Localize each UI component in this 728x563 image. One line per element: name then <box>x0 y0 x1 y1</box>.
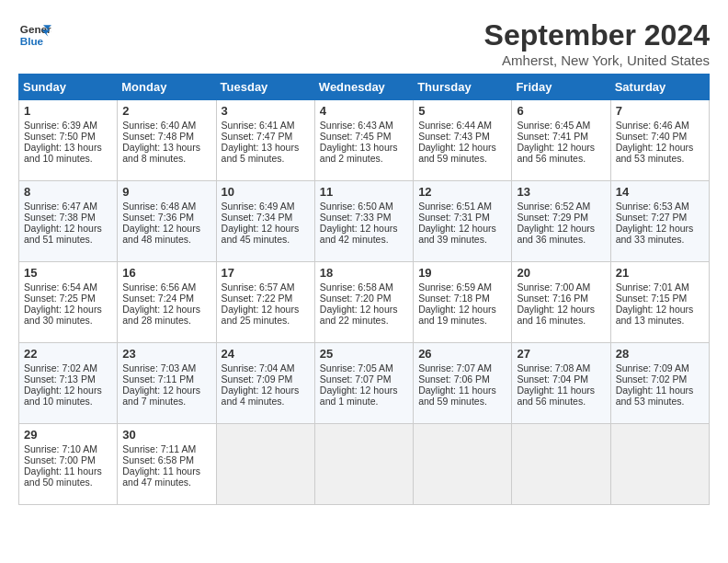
daylight: Daylight: 12 hours and 7 minutes. <box>122 385 200 407</box>
calendar-cell <box>512 424 610 505</box>
daylight: Daylight: 12 hours and 13 minutes. <box>616 304 694 326</box>
svg-text:General: General <box>20 23 51 35</box>
sunset: Sunset: 7:06 PM <box>418 373 490 385</box>
calendar-cell: 3 Sunrise: 6:41 AM Sunset: 7:47 PM Dayli… <box>216 100 314 181</box>
sunrise: Sunrise: 6:40 AM <box>122 120 196 131</box>
sunset: Sunset: 7:36 PM <box>122 212 194 223</box>
header-tuesday: Tuesday <box>216 75 314 100</box>
calendar-cell: 19 Sunrise: 6:59 AM Sunset: 7:18 PM Dayl… <box>414 262 512 343</box>
header-wednesday: Wednesday <box>314 75 413 100</box>
sunset: Sunset: 7:09 PM <box>222 373 293 385</box>
header-sunday: Sunday <box>19 75 118 100</box>
sunrise: Sunrise: 7:10 AM <box>24 443 97 454</box>
sunset: Sunset: 7:48 PM <box>122 131 194 142</box>
calendar-cell: 25 Sunrise: 7:05 AM Sunset: 7:07 PM Dayl… <box>314 343 413 424</box>
calendar-cell: 17 Sunrise: 6:57 AM Sunset: 7:22 PM Dayl… <box>216 262 314 343</box>
calendar-cell: 27 Sunrise: 7:08 AM Sunset: 7:04 PM Dayl… <box>512 343 610 424</box>
calendar-cell: 28 Sunrise: 7:09 AM Sunset: 7:02 PM Dayl… <box>610 343 709 424</box>
sunset: Sunset: 7:29 PM <box>517 212 588 223</box>
sunset: Sunset: 7:13 PM <box>24 373 96 385</box>
day-number: 16 <box>122 266 210 280</box>
day-number: 28 <box>616 347 704 361</box>
calendar-cell: 26 Sunrise: 7:07 AM Sunset: 7:06 PM Dayl… <box>414 343 512 424</box>
sunrise: Sunrise: 7:01 AM <box>616 282 689 293</box>
logo-icon: General Blue <box>18 18 51 52</box>
sunrise: Sunrise: 7:03 AM <box>122 362 196 373</box>
day-number: 2 <box>122 104 210 118</box>
sunset: Sunset: 6:58 PM <box>122 454 194 465</box>
sunset: Sunset: 7:07 PM <box>320 373 392 385</box>
daylight: Daylight: 12 hours and 28 minutes. <box>122 304 200 326</box>
calendar-cell <box>314 424 413 505</box>
sunrise: Sunrise: 6:43 AM <box>320 120 393 131</box>
calendar-cell: 18 Sunrise: 6:58 AM Sunset: 7:20 PM Dayl… <box>314 262 413 343</box>
calendar-cell: 29 Sunrise: 7:10 AM Sunset: 7:00 PM Dayl… <box>19 424 118 505</box>
sunrise: Sunrise: 7:09 AM <box>616 362 689 373</box>
calendar-cell: 20 Sunrise: 7:00 AM Sunset: 7:16 PM Dayl… <box>512 262 610 343</box>
title-area: September 2024 Amherst, New York, United… <box>484 18 710 68</box>
daylight: Daylight: 11 hours and 59 minutes. <box>418 385 496 407</box>
sunrise: Sunrise: 7:05 AM <box>320 362 393 373</box>
calendar-cell: 12 Sunrise: 6:51 AM Sunset: 7:31 PM Dayl… <box>414 181 512 262</box>
sunset: Sunset: 7:11 PM <box>122 373 194 385</box>
calendar-cell: 7 Sunrise: 6:46 AM Sunset: 7:40 PM Dayli… <box>610 100 709 181</box>
day-number: 8 <box>24 185 112 199</box>
sunrise: Sunrise: 6:52 AM <box>517 201 590 212</box>
calendar-cell: 14 Sunrise: 6:53 AM Sunset: 7:27 PM Dayl… <box>610 181 709 262</box>
day-number: 15 <box>24 266 112 280</box>
header-thursday: Thursday <box>414 75 512 100</box>
calendar-cell: 10 Sunrise: 6:49 AM Sunset: 7:34 PM Dayl… <box>216 181 314 262</box>
day-number: 7 <box>616 104 704 118</box>
sunrise: Sunrise: 6:44 AM <box>418 120 492 131</box>
svg-text:Blue: Blue <box>20 35 44 47</box>
day-number: 11 <box>320 185 408 199</box>
calendar-cell: 16 Sunrise: 6:56 AM Sunset: 7:24 PM Dayl… <box>118 262 216 343</box>
calendar-cell: 15 Sunrise: 6:54 AM Sunset: 7:25 PM Dayl… <box>19 262 118 343</box>
daylight: Daylight: 12 hours and 59 minutes. <box>418 142 496 164</box>
sunrise: Sunrise: 6:51 AM <box>418 201 492 212</box>
sunrise: Sunrise: 6:54 AM <box>24 282 97 293</box>
day-number: 26 <box>418 347 506 361</box>
sunset: Sunset: 7:50 PM <box>24 131 96 142</box>
header-monday: Monday <box>118 75 216 100</box>
daylight: Daylight: 13 hours and 2 minutes. <box>320 142 398 164</box>
calendar-cell: 5 Sunrise: 6:44 AM Sunset: 7:43 PM Dayli… <box>414 100 512 181</box>
daylight: Daylight: 12 hours and 1 minute. <box>320 385 398 407</box>
sunset: Sunset: 7:18 PM <box>418 293 490 304</box>
calendar-cell <box>610 424 709 505</box>
sunset: Sunset: 7:16 PM <box>517 293 588 304</box>
sunset: Sunset: 7:31 PM <box>418 212 490 223</box>
sunset: Sunset: 7:43 PM <box>418 131 490 142</box>
day-number: 17 <box>222 266 310 280</box>
daylight: Daylight: 12 hours and 39 minutes. <box>418 223 496 245</box>
day-number: 6 <box>517 104 605 118</box>
day-number: 22 <box>24 347 112 361</box>
header-saturday: Saturday <box>610 75 709 100</box>
logo: General Blue <box>18 18 51 52</box>
daylight: Daylight: 11 hours and 53 minutes. <box>616 385 694 407</box>
sunset: Sunset: 7:20 PM <box>320 293 392 304</box>
sunrise: Sunrise: 7:07 AM <box>418 362 492 373</box>
day-number: 21 <box>616 266 704 280</box>
sunrise: Sunrise: 7:11 AM <box>122 443 196 454</box>
calendar-cell: 22 Sunrise: 7:02 AM Sunset: 7:13 PM Dayl… <box>19 343 118 424</box>
day-number: 12 <box>418 185 506 199</box>
daylight: Daylight: 12 hours and 42 minutes. <box>320 223 398 245</box>
daylight: Daylight: 12 hours and 10 minutes. <box>24 385 102 407</box>
calendar-cell: 11 Sunrise: 6:50 AM Sunset: 7:33 PM Dayl… <box>314 181 413 262</box>
day-number: 10 <box>222 185 310 199</box>
daylight: Daylight: 13 hours and 8 minutes. <box>122 142 200 164</box>
day-number: 23 <box>122 347 210 361</box>
sunrise: Sunrise: 6:58 AM <box>320 282 393 293</box>
calendar-cell: 6 Sunrise: 6:45 AM Sunset: 7:41 PM Dayli… <box>512 100 610 181</box>
sunset: Sunset: 7:40 PM <box>616 131 688 142</box>
sunset: Sunset: 7:34 PM <box>222 212 293 223</box>
daylight: Daylight: 12 hours and 22 minutes. <box>320 304 398 326</box>
day-number: 4 <box>320 104 408 118</box>
sunset: Sunset: 7:04 PM <box>517 373 588 385</box>
calendar-table: Sunday Monday Tuesday Wednesday Thursday… <box>18 74 710 505</box>
day-number: 25 <box>320 347 408 361</box>
sunrise: Sunrise: 6:53 AM <box>616 201 689 212</box>
page-header: General Blue September 2024 Amherst, New… <box>18 18 710 68</box>
sunset: Sunset: 7:25 PM <box>24 293 96 304</box>
